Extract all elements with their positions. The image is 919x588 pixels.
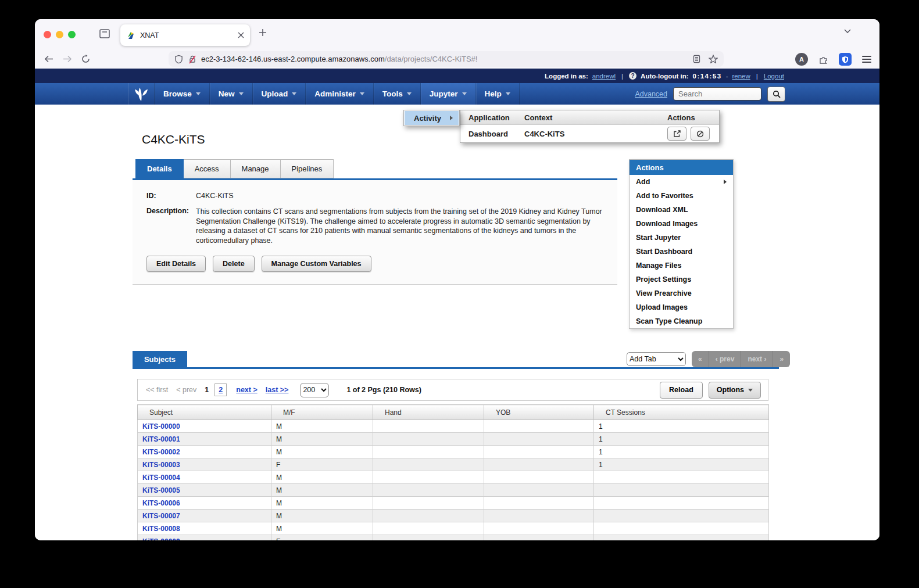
submenu-header: Application Context Actions [460, 110, 719, 125]
subject-link[interactable]: KiTS-00000 [142, 422, 180, 431]
tab-title: XNAT [140, 31, 238, 40]
stop-activity-button[interactable] [691, 127, 710, 141]
search-button[interactable] [767, 87, 785, 102]
action-scan-type-cleanup[interactable]: Scan Type Cleanup [630, 314, 733, 328]
close-window-button[interactable] [44, 31, 51, 38]
minimize-window-button[interactable] [56, 31, 63, 38]
action-upload-images[interactable]: Upload Images [630, 300, 733, 314]
col-header-mf[interactable]: M/F [271, 405, 373, 420]
nav-upload[interactable]: Upload [253, 83, 306, 105]
submenu-arrow-icon [724, 180, 727, 184]
tab-close-icon[interactable] [238, 32, 244, 38]
url-bar[interactable]: ec2-3-134-62-146.us-east-2.compute.amazo… [169, 51, 724, 67]
extensions-puzzle-icon[interactable] [818, 55, 828, 64]
new-tab-icon[interactable] [259, 28, 267, 37]
tab-details[interactable]: Details [135, 159, 184, 178]
chevron-down-icon [506, 92, 510, 95]
action-download-images[interactable]: Download Images [630, 217, 733, 231]
advanced-search-link[interactable]: Advanced [635, 90, 667, 98]
menu-item-activity[interactable]: Activity [405, 111, 459, 125]
pager-next-button[interactable]: next › [741, 351, 773, 367]
reload-icon[interactable] [81, 55, 90, 63]
delete-button[interactable]: Delete [213, 256, 255, 272]
subject-link[interactable]: KiTS-00005 [142, 486, 180, 494]
action-view-prearchive[interactable]: View Prearchive [630, 286, 733, 300]
nav-new[interactable]: New [210, 83, 253, 105]
xnat-page: C4KC-KiTS Details Access Manage Pipeline… [35, 105, 879, 540]
page-next-link[interactable]: next > [236, 386, 257, 394]
col-header-yob[interactable]: YOB [484, 405, 594, 420]
subject-link[interactable]: KiTS-00007 [142, 512, 180, 520]
reload-button[interactable]: Reload [660, 382, 703, 399]
cell-ct-sessions [594, 471, 769, 484]
action-add-to-favorites[interactable]: Add to Favorites [630, 189, 733, 203]
cell-ct-sessions: 1 [594, 458, 769, 471]
action-download-xml[interactable]: Download XML [630, 203, 733, 217]
nav-jupyter[interactable]: Jupyter [421, 83, 476, 105]
xnat-logo-icon[interactable] [128, 83, 155, 105]
renew-link[interactable]: renew [732, 73, 750, 80]
logout-link[interactable]: Logout [764, 73, 784, 80]
reader-mode-icon[interactable] [693, 55, 700, 63]
browser-tab[interactable]: XNAT [120, 24, 250, 46]
page-size-select[interactable]: 200 [300, 383, 329, 397]
action-manage-files[interactable]: Manage Files [630, 259, 733, 273]
subject-link[interactable]: KiTS-00008 [142, 525, 180, 533]
subject-link[interactable]: KiTS-00004 [142, 474, 180, 482]
shield-icon[interactable] [174, 55, 183, 64]
nav-help[interactable]: Help [476, 83, 520, 105]
nav-administer[interactable]: Administer [306, 83, 374, 105]
subject-link[interactable]: KiTS-00009 [142, 537, 180, 541]
col-header-hand[interactable]: Hand [373, 405, 484, 420]
tab-subjects[interactable]: Subjects [133, 351, 187, 367]
table-row: KiTS-00001 M 1 [138, 433, 769, 446]
cell-hand [373, 510, 484, 522]
page-number-2-link[interactable]: 2 [219, 386, 223, 394]
nav-browse[interactable]: Browse [155, 83, 210, 105]
search-input[interactable] [673, 87, 761, 101]
cell-mf: M [271, 522, 373, 535]
open-external-button[interactable] [667, 127, 686, 141]
pager-prev-button[interactable]: ‹ prev [709, 351, 742, 367]
action-start-jupyter[interactable]: Start Jupyter [630, 231, 733, 245]
page-last-link[interactable]: last >> [266, 386, 289, 394]
col-header-ct-sessions[interactable]: CT Sessions [594, 405, 769, 420]
description-label: Description: [146, 207, 189, 215]
action-add[interactable]: Add [630, 175, 733, 189]
password-manager-icon[interactable] [839, 53, 852, 66]
tab-manage[interactable]: Manage [231, 159, 281, 178]
zoom-window-button[interactable] [68, 31, 76, 38]
page-first-link: << first [146, 386, 168, 394]
manage-custom-variables-button[interactable]: Manage Custom Variables [262, 256, 371, 272]
nav-tools[interactable]: Tools [374, 83, 421, 105]
action-project-settings[interactable]: Project Settings [630, 273, 733, 286]
back-icon[interactable] [44, 55, 53, 63]
action-start-dashboard[interactable]: Start Dashboard [630, 245, 733, 259]
tab-access[interactable]: Access [184, 159, 231, 178]
subject-link[interactable]: KiTS-00006 [142, 499, 180, 507]
subject-link[interactable]: KiTS-00001 [142, 435, 180, 443]
tab-pipelines[interactable]: Pipelines [281, 159, 334, 178]
options-button[interactable]: Options [709, 382, 761, 399]
col-header-subject[interactable]: Subject [138, 405, 271, 420]
submenu-arrow-icon [450, 116, 453, 120]
edit-details-button[interactable]: Edit Details [146, 256, 206, 272]
add-tab-select[interactable]: Add Tab [627, 352, 686, 366]
account-icon[interactable]: A [795, 53, 808, 66]
table-row: KiTS-00003 F 1 [138, 458, 769, 471]
pager-first-button[interactable]: « [692, 351, 709, 367]
page-number-current: 1 [205, 386, 209, 394]
separator: | [621, 73, 623, 80]
subject-link[interactable]: KiTS-00002 [142, 448, 180, 456]
list-tabs-chevron-icon[interactable] [843, 28, 852, 34]
menu-hamburger-icon[interactable] [862, 54, 871, 64]
pager-last-button[interactable]: » [773, 351, 790, 367]
bookmark-star-icon[interactable] [709, 55, 718, 63]
sidebar-toggle-icon[interactable] [99, 28, 112, 40]
username-link[interactable]: andrewl [592, 73, 616, 80]
subject-link[interactable]: KiTS-00003 [142, 461, 180, 469]
insecure-lock-icon[interactable] [188, 55, 196, 64]
forward-icon[interactable] [63, 55, 72, 63]
help-question-icon[interactable]: ? [629, 72, 636, 80]
details-panel: ID: C4KC-KiTS Description: This collecti… [133, 180, 617, 285]
